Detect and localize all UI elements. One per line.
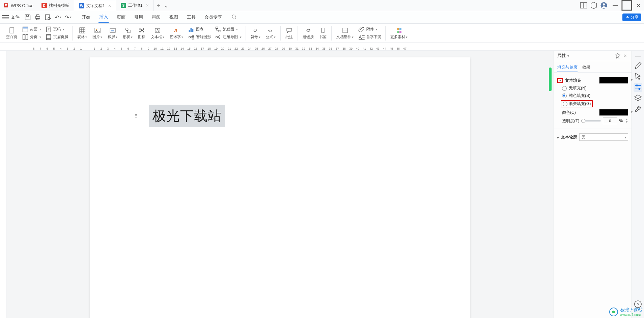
transparency-slider[interactable]: [581, 120, 601, 122]
radio-no-fill[interactable]: [562, 86, 567, 91]
user-avatar-icon[interactable]: [600, 2, 608, 9]
undo-icon[interactable]: ↶▾: [55, 14, 61, 21]
vertical-ruler[interactable]: [0, 51, 6, 318]
ribbon-hyperlink[interactable]: 超链接: [300, 27, 316, 39]
cursor-icon[interactable]: [634, 72, 642, 81]
search-icon[interactable]: [230, 13, 238, 22]
ribbon-picture[interactable]: 图片▾: [90, 27, 105, 39]
svg-point-46: [192, 35, 194, 36]
properties-tabs: 填充与轮廓 效果: [554, 61, 632, 73]
chevron-down-icon[interactable]: ▾: [567, 54, 569, 58]
svg-point-35: [139, 28, 141, 30]
canvas-area[interactable]: ⠿ 极光下载站: [6, 51, 554, 318]
minimize-button[interactable]: —: [610, 0, 621, 11]
cube-icon[interactable]: [590, 2, 597, 9]
ribbon-chart[interactable]: 图表: [188, 26, 211, 33]
ribbon-table[interactable]: 表格▾: [75, 27, 90, 39]
wordart-object[interactable]: ⠿ 极光下载站: [149, 105, 225, 127]
print-preview-icon[interactable]: [45, 14, 51, 21]
file-menu[interactable]: 文件: [11, 14, 20, 20]
expand-icon[interactable]: ▸: [557, 135, 559, 139]
svg-point-52: [216, 36, 218, 38]
tab-effects[interactable]: 效果: [582, 63, 590, 72]
margin-marker-tr: [408, 95, 413, 99]
ribbon-smartart[interactable]: 智能图形: [188, 34, 211, 41]
svg-rect-4: [622, 1, 632, 10]
svg-rect-67: [399, 31, 401, 33]
close-icon[interactable]: ×: [108, 3, 111, 8]
pin-icon[interactable]: [615, 53, 621, 59]
close-panel-icon[interactable]: ✕: [622, 53, 628, 59]
tab-document-1[interactable]: W 文字文稿1 ×: [74, 0, 116, 11]
fill-color-swatch[interactable]: ▾: [599, 77, 628, 84]
new-tab-button[interactable]: ＋: [154, 2, 163, 9]
ribbon-shape[interactable]: 形状▾: [120, 27, 135, 39]
ribbon-screenshot[interactable]: 截屏▾: [105, 27, 120, 39]
ribbon-bookmark[interactable]: 书签: [316, 27, 329, 39]
save-icon[interactable]: [24, 14, 31, 21]
document-page[interactable]: ⠿ 极光下载站: [90, 57, 470, 318]
pencil-icon[interactable]: [634, 61, 642, 70]
print-icon[interactable]: [34, 14, 41, 21]
menu-page[interactable]: 页面: [116, 12, 126, 22]
ribbon-symbol[interactable]: Ω符号▾: [248, 27, 263, 39]
horizontal-ruler[interactable]: 8765432112345678910111213141516171819202…: [0, 43, 644, 51]
ribbon-page-number[interactable]: #页码▾: [45, 26, 68, 33]
ribbon-header-footer[interactable]: 页眉页脚: [45, 34, 68, 41]
tab-fill-outline[interactable]: 填充与轮廓: [557, 63, 578, 72]
ribbon-dropcap[interactable]: A首字下沉: [358, 34, 381, 41]
maximize-button[interactable]: [621, 0, 633, 11]
wrench-icon[interactable]: [634, 105, 642, 113]
outline-select[interactable]: 无 ▾: [579, 133, 628, 141]
ribbon-mindmap[interactable]: 思维导图▾: [215, 34, 242, 41]
menu-review[interactable]: 审阅: [151, 12, 161, 22]
ribbon-attachment[interactable]: 附件▾: [358, 26, 381, 33]
tab-label: 文字文稿1: [86, 3, 105, 9]
ribbon-comment[interactable]: 批注: [283, 27, 296, 39]
ribbon-docparts[interactable]: 文档部件▾: [334, 27, 356, 39]
close-icon[interactable]: ×: [146, 3, 149, 8]
window-controls: — ✕: [610, 0, 644, 11]
svg-rect-44: [192, 29, 194, 32]
menu-tools[interactable]: 工具: [186, 12, 196, 22]
ribbon-more-resources[interactable]: 更多素材▾: [388, 27, 410, 39]
ribbon-blank-page[interactable]: 空白页: [3, 27, 20, 39]
redo-icon[interactable]: ↷▾: [65, 14, 72, 21]
ribbon-textbox[interactable]: A文本框▾: [148, 27, 167, 39]
tab-options-button[interactable]: ⌄: [163, 2, 169, 9]
drag-handle-icon[interactable]: ⠿: [134, 113, 138, 119]
ribbon-section[interactable]: 分页▾: [22, 34, 41, 41]
ruler-tick: 30: [287, 47, 293, 50]
svg-point-45: [189, 36, 191, 38]
ribbon-formula[interactable]: √x公式▾: [263, 27, 278, 39]
menu-view[interactable]: 视图: [169, 12, 179, 22]
scrollbar-thumb[interactable]: [549, 68, 552, 91]
ruler-tick: 32: [300, 47, 307, 50]
radio-gradient-fill[interactable]: [563, 102, 567, 106]
spinner-icon[interactable]: ▲▼: [625, 118, 628, 124]
share-button[interactable]: 分享: [622, 14, 641, 21]
tab-template-store[interactable]: D 找稻壳模板: [37, 0, 74, 11]
collapse-icon[interactable]: ▾: [559, 79, 561, 82]
menu-insert[interactable]: 插入: [99, 12, 109, 23]
settings-sliders-icon[interactable]: [634, 83, 642, 92]
ribbon-flowchart[interactable]: 流程图▾: [215, 26, 242, 33]
layers-icon[interactable]: [634, 94, 642, 103]
tab-workbook-1[interactable]: S 工作簿1 ×: [116, 0, 154, 11]
ruler-tick: 25: [253, 47, 260, 50]
collapse-panel-icon[interactable]: —: [634, 53, 642, 59]
menu-start[interactable]: 开始: [81, 12, 91, 22]
layout-icon[interactable]: [580, 2, 587, 9]
menu-member[interactable]: 会员专享: [204, 12, 223, 22]
menu-reference[interactable]: 引用: [134, 12, 144, 22]
svg-rect-8: [36, 19, 39, 20]
color-swatch[interactable]: ▾: [599, 109, 628, 116]
hamburger-icon[interactable]: [2, 14, 9, 21]
ribbon-icon[interactable]: 图标: [135, 27, 148, 39]
radio-solid-fill[interactable]: [562, 94, 567, 98]
ribbon-wordart[interactable]: A艺术字▾: [167, 27, 186, 39]
transparency-value[interactable]: 0: [603, 117, 617, 124]
close-button[interactable]: ✕: [633, 0, 644, 11]
svg-text:A: A: [157, 29, 159, 32]
ribbon-cover[interactable]: 封面▾: [22, 26, 41, 33]
